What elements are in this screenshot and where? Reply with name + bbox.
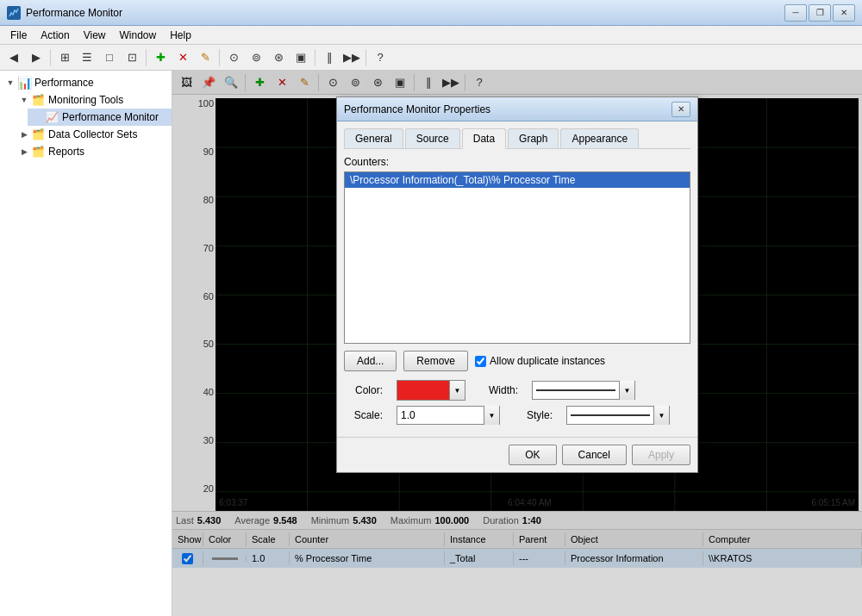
toolbar-settings[interactable]: ⊛ (268, 47, 289, 68)
scale-label: Scale: (344, 409, 383, 421)
width-line-preview (533, 389, 619, 391)
sidebar-perfmon-label: Performance Monitor (62, 111, 159, 123)
menu-file[interactable]: File (3, 28, 34, 43)
restore-button[interactable]: ❐ (809, 4, 831, 22)
allow-duplicate-checkbox[interactable] (475, 356, 486, 367)
main-layout: ▼ 📊 Performance ▼ 🗂️ Monitoring Tools ▶ … (0, 71, 862, 616)
style-label: Style: (514, 409, 553, 421)
scale-value: 1.0 (397, 409, 484, 421)
monitoring-icon: 🗂️ (31, 93, 45, 107)
app-title: Performance Monitor (26, 7, 784, 19)
toolbar-zoom[interactable]: ▣ (290, 47, 311, 68)
expand-reports[interactable]: ▶ (17, 145, 31, 159)
properties-dialog: Performance Monitor Properties ✕ General… (336, 96, 698, 473)
menu-window[interactable]: Window (113, 28, 164, 43)
dialog-close-button[interactable]: ✕ (671, 102, 690, 117)
sidebar-item-monitoring[interactable]: ▼ 🗂️ Monitoring Tools (14, 91, 172, 109)
toolbar-delete[interactable]: ✕ (172, 47, 193, 68)
scale-select[interactable]: 1.0 ▼ (397, 406, 500, 425)
allow-duplicate-label: Allow duplicate instances (490, 355, 605, 367)
title-bar: Performance Monitor ─ ❐ ✕ (0, 0, 862, 26)
sidebar-reports-label: Reports (48, 146, 84, 158)
toolbar-sep-1 (50, 49, 51, 66)
counter-entry-0[interactable]: \Processor Information(_Total)\% Process… (345, 172, 690, 188)
toolbar-properties[interactable]: ☰ (77, 47, 97, 68)
style-select[interactable]: ▼ (566, 406, 670, 425)
counters-listbox[interactable]: \Processor Information(_Total)\% Process… (344, 171, 690, 344)
perfmon-icon: 📈 (45, 110, 59, 124)
color-width-row: Color: ▼ Width: ▼ (344, 380, 690, 401)
toolbar-add[interactable]: ✚ (150, 47, 171, 68)
dialog-footer: OK Cancel Apply (337, 437, 697, 472)
toolbar-edit[interactable]: ✎ (195, 47, 216, 68)
ok-button[interactable]: OK (509, 445, 556, 465)
width-select[interactable]: ▼ (532, 381, 635, 400)
toolbar-play[interactable]: ▶▶ (341, 47, 362, 68)
dialog-title: Performance Monitor Properties (344, 103, 671, 115)
dialog-titlebar: Performance Monitor Properties ✕ (337, 97, 697, 121)
toolbar-sep-4 (315, 49, 315, 66)
expand-performance[interactable]: ▼ (3, 76, 17, 90)
dialog-tab-bar: General Source Data Graph Appearance (344, 128, 690, 149)
toolbar-back[interactable]: ◀ (3, 47, 24, 68)
expand-monitoring[interactable]: ▼ (17, 93, 31, 107)
color-label: Color: (344, 384, 383, 396)
sidebar-item-datacollector[interactable]: ▶ 🗂️ Data Collector Sets (14, 126, 172, 143)
datacollector-icon: 🗂️ (31, 128, 45, 141)
toolbar-paste[interactable]: ⊚ (246, 47, 266, 68)
cancel-button[interactable]: Cancel (562, 445, 627, 465)
tab-general[interactable]: General (344, 128, 403, 148)
menu-action[interactable]: Action (34, 28, 76, 43)
width-label: Width: (479, 384, 518, 396)
sidebar-monitoring-label: Monitoring Tools (48, 94, 123, 106)
add-button[interactable]: Add... (344, 351, 397, 371)
apply-button[interactable]: Apply (632, 445, 690, 465)
color-picker[interactable]: ▼ (397, 380, 465, 401)
toolbar-help[interactable]: ? (370, 47, 390, 68)
style-line-preview (567, 414, 653, 416)
color-swatch (397, 381, 449, 400)
toolbar-sep-5 (365, 49, 366, 66)
dialog-actions: Add... Remove Allow duplicate instances (344, 351, 690, 371)
style-select-arrow: ▼ (653, 406, 669, 425)
reports-icon: 🗂️ (31, 145, 45, 159)
tab-graph[interactable]: Graph (508, 128, 559, 148)
toolbar-show-hide[interactable]: ⊞ (54, 47, 75, 68)
allow-duplicate-container: Allow duplicate instances (475, 355, 605, 367)
scale-select-arrow: ▼ (484, 406, 499, 425)
toolbar-view2[interactable]: ⊡ (122, 47, 142, 68)
sidebar-datacollector-label: Data Collector Sets (48, 128, 137, 140)
sidebar-item-reports[interactable]: ▶ 🗂️ Reports (14, 143, 172, 160)
color-dropdown-arrow[interactable]: ▼ (449, 381, 465, 400)
sidebar-performance-label: Performance (34, 77, 94, 89)
menu-bar: File Action View Window Help (0, 26, 862, 45)
counters-section-label: Counters: (344, 156, 690, 168)
toolbar-sep-2 (146, 49, 147, 66)
scale-style-row: Scale: 1.0 ▼ Style: ▼ (344, 406, 690, 425)
modal-overlay: Performance Monitor Properties ✕ General… (172, 71, 862, 616)
toolbar-pause[interactable]: ‖ (319, 47, 340, 68)
main-toolbar: ◀ ▶ ⊞ ☰ □ ⊡ ✚ ✕ ✎ ⊙ ⊚ ⊛ ▣ ‖ ▶▶ ? (0, 45, 862, 71)
tab-source[interactable]: Source (405, 128, 460, 148)
app-icon (7, 6, 21, 20)
toolbar-forward[interactable]: ▶ (26, 47, 47, 68)
performance-icon: 📊 (17, 76, 31, 90)
width-select-arrow: ▼ (619, 381, 634, 400)
toolbar-view1[interactable]: □ (99, 47, 120, 68)
dialog-content: General Source Data Graph Appearance Cou… (337, 121, 697, 437)
content-area: 🖼 📌 🔍 ✚ ✕ ✎ ⊙ ⊚ ⊛ ▣ ‖ ▶▶ ? 100 90 80 70 … (172, 71, 862, 616)
sidebar-item-performance[interactable]: ▼ 📊 Performance (0, 74, 172, 91)
tab-data[interactable]: Data (462, 128, 506, 149)
expand-datacollector[interactable]: ▶ (17, 128, 31, 141)
minimize-button[interactable]: ─ (784, 4, 807, 22)
toolbar-copy[interactable]: ⊙ (223, 47, 244, 68)
remove-button[interactable]: Remove (403, 351, 468, 371)
window-controls: ─ ❐ ✕ (784, 4, 855, 22)
toolbar-sep-3 (219, 49, 220, 66)
sidebar-item-perfmon[interactable]: ▶ 📈 Performance Monitor (28, 109, 172, 126)
menu-view[interactable]: View (77, 28, 113, 43)
sidebar: ▼ 📊 Performance ▼ 🗂️ Monitoring Tools ▶ … (0, 71, 172, 616)
close-button[interactable]: ✕ (833, 4, 855, 22)
tab-appearance[interactable]: Appearance (560, 128, 639, 148)
menu-help[interactable]: Help (163, 28, 198, 43)
